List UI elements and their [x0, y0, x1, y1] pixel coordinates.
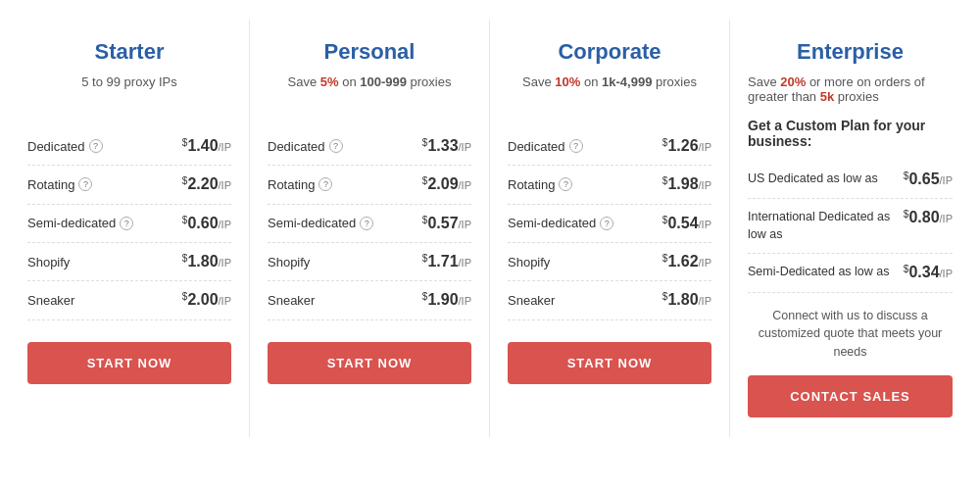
- info-icon[interactable]: ?: [569, 139, 583, 153]
- start-button-personal[interactable]: START NOW: [268, 342, 471, 384]
- row-price: $1.33/IP: [422, 137, 471, 155]
- row-price: $2.20/IP: [182, 175, 231, 193]
- plan-title-starter: Starter: [27, 39, 231, 65]
- row-label: Rotating?: [268, 177, 332, 192]
- start-button-starter[interactable]: START NOW: [27, 342, 231, 384]
- plan-col-corporate: CorporateSave 10% on 1k-4,999 proxiesDed…: [490, 20, 730, 437]
- row-label: Sneaker: [508, 293, 555, 308]
- row-label: Shopify: [27, 255, 70, 270]
- row-label: Dedicated?: [508, 139, 583, 154]
- row-label: Dedicated?: [268, 139, 343, 154]
- plan-col-enterprise: EnterpriseSave 20% or more on orders of …: [730, 20, 970, 437]
- price-row-sneaker: Sneaker$2.00/IP: [27, 281, 231, 319]
- price-row-sneaker: Sneaker$1.90/IP: [268, 281, 471, 319]
- info-icon[interactable]: ?: [329, 139, 343, 153]
- enterprise-row-label: US Dedicated as low as: [748, 171, 896, 188]
- row-label: Rotating?: [27, 177, 92, 192]
- plan-title-corporate: Corporate: [508, 39, 711, 65]
- row-price: $1.26/IP: [662, 137, 711, 155]
- price-row-dedicated: Dedicated?$1.40/IP: [27, 127, 231, 166]
- row-price: $1.98/IP: [662, 175, 711, 193]
- plan-subtitle-corporate: Save 10% on 1k-4,999 proxies: [508, 74, 711, 110]
- enterprise-price-row: Semi-Dedicated as low as$0.34/IP: [748, 254, 953, 292]
- enterprise-row-price: $0.65/IP: [904, 171, 953, 188]
- start-button-corporate[interactable]: START NOW: [508, 342, 711, 384]
- row-label: Sneaker: [268, 293, 315, 308]
- enterprise-price-row: US Dedicated as low as$0.65/IP: [748, 161, 953, 199]
- contact-sales-button[interactable]: CONTACT SALES: [748, 375, 953, 417]
- info-icon[interactable]: ?: [89, 139, 103, 153]
- row-label: Shopify: [268, 255, 310, 270]
- row-label: Semi-dedicated?: [27, 216, 133, 230]
- row-label: Semi-dedicated?: [268, 216, 373, 230]
- plan-title-personal: Personal: [268, 39, 471, 65]
- price-row-semi-dedicated: Semi-dedicated?$0.60/IP: [27, 205, 231, 243]
- price-row-shopify: Shopify$1.71/IP: [268, 243, 471, 281]
- row-label: Dedicated?: [27, 139, 103, 154]
- price-row-semi-dedicated: Semi-dedicated?$0.57/IP: [268, 205, 471, 243]
- row-label: Shopify: [508, 255, 550, 270]
- info-icon[interactable]: ?: [78, 177, 92, 191]
- enterprise-note: Save 20% or more on orders of greater th…: [748, 74, 953, 104]
- plan-subtitle-starter: 5 to 99 proxy IPs: [27, 74, 231, 110]
- enterprise-row-price: $0.34/IP: [904, 264, 953, 281]
- row-price: $1.80/IP: [182, 253, 231, 270]
- row-price: $0.60/IP: [182, 215, 231, 232]
- pricing-grid: Starter5 to 99 proxy IPsDedicated?$1.40/…: [10, 20, 970, 437]
- info-icon[interactable]: ?: [120, 217, 133, 230]
- price-row-rotating: Rotating?$2.20/IP: [27, 166, 231, 204]
- info-icon[interactable]: ?: [559, 177, 572, 191]
- row-price: $1.71/IP: [422, 253, 471, 270]
- info-icon[interactable]: ?: [600, 217, 613, 230]
- row-price: $2.09/IP: [422, 175, 471, 193]
- row-price: $1.62/IP: [662, 253, 711, 270]
- price-row-rotating: Rotating?$2.09/IP: [268, 166, 471, 204]
- enterprise-price-row: International Dedicated as low as$0.80/I…: [748, 199, 953, 254]
- row-price: $0.54/IP: [662, 215, 711, 232]
- plan-title-enterprise: Enterprise: [748, 39, 953, 65]
- row-label: Rotating?: [508, 177, 572, 192]
- row-price: $2.00/IP: [182, 291, 231, 309]
- plan-col-personal: PersonalSave 5% on 100-999 proxiesDedica…: [250, 20, 490, 437]
- row-price: $0.57/IP: [422, 215, 471, 232]
- enterprise-row-price: $0.80/IP: [904, 209, 953, 226]
- info-icon[interactable]: ?: [318, 177, 332, 191]
- price-row-shopify: Shopify$1.80/IP: [27, 243, 231, 281]
- enterprise-connect-text: Connect with us to discuss a customized …: [748, 307, 953, 362]
- enterprise-row-label: International Dedicated as low as: [748, 209, 896, 243]
- row-price: $1.90/IP: [422, 291, 471, 309]
- price-row-semi-dedicated: Semi-dedicated?$0.54/IP: [508, 205, 711, 243]
- price-row-rotating: Rotating?$1.98/IP: [508, 166, 711, 204]
- plan-subtitle-personal: Save 5% on 100-999 proxies: [268, 74, 471, 110]
- custom-plan-title: Get a Custom Plan for your business:: [748, 118, 953, 149]
- row-label: Semi-dedicated?: [508, 216, 613, 230]
- row-label: Sneaker: [27, 293, 74, 308]
- info-icon[interactable]: ?: [360, 217, 373, 230]
- price-row-shopify: Shopify$1.62/IP: [508, 243, 711, 281]
- price-row-sneaker: Sneaker$1.80/IP: [508, 281, 711, 319]
- row-price: $1.80/IP: [662, 291, 711, 309]
- row-price: $1.40/IP: [182, 137, 231, 155]
- plan-col-starter: Starter5 to 99 proxy IPsDedicated?$1.40/…: [10, 20, 250, 437]
- price-row-dedicated: Dedicated?$1.33/IP: [268, 127, 471, 166]
- price-row-dedicated: Dedicated?$1.26/IP: [508, 127, 711, 166]
- enterprise-row-label: Semi-Dedicated as low as: [748, 264, 896, 281]
